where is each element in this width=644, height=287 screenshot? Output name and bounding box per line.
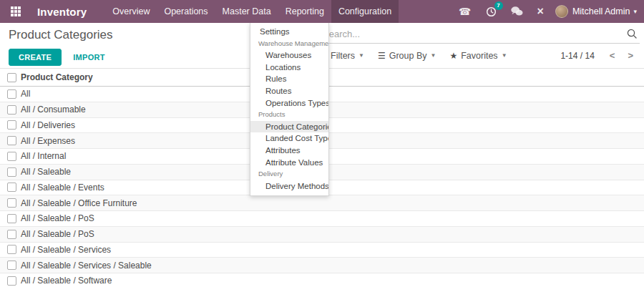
table-row[interactable]: All / Saleable / Office Furniture <box>0 195 644 211</box>
search-panel: Filters ▼ ☰ Group By ▼ ★ Favorites ▼ 1-1… <box>320 25 640 61</box>
row-label: All / Internal <box>21 151 66 161</box>
pager-range: 1-14 / 14 <box>560 51 594 61</box>
row-checkbox[interactable] <box>7 276 16 286</box>
row-checkbox[interactable] <box>7 245 16 254</box>
menu-item[interactable]: Operations <box>157 0 215 23</box>
row-label: All / Saleable / PoS <box>21 229 94 239</box>
row-label: All / Saleable / Services <box>21 245 111 255</box>
group-by-icon: ☰ <box>378 51 386 61</box>
row-checkbox[interactable] <box>7 120 16 130</box>
dropdown-item[interactable]: Products <box>250 109 328 121</box>
configuration-dropdown: SettingsWarehouse ManagementWarehousesLo… <box>250 23 329 196</box>
pager-prev-icon[interactable]: < <box>603 50 622 61</box>
dropdown-item[interactable]: Landed Cost Types <box>250 132 328 145</box>
favorites-label: Favorites <box>461 51 497 61</box>
row-checkbox[interactable] <box>7 152 16 161</box>
menu-item[interactable]: Overview <box>105 0 157 23</box>
dropdown-item[interactable]: Product Categories <box>250 121 328 133</box>
row-checkbox[interactable] <box>7 230 16 239</box>
chat-bubbles-icon <box>511 6 523 16</box>
chevron-down-icon: ▼ <box>502 52 507 59</box>
create-button[interactable]: CREATE <box>9 49 62 66</box>
menu-item[interactable]: Configuration <box>331 0 399 23</box>
user-name: Mitchell Admin <box>572 6 630 16</box>
table-row[interactable]: All / Saleable / PoS <box>0 211 644 227</box>
chevron-down-icon: ▼ <box>431 52 436 59</box>
row-label: All <box>21 89 30 99</box>
row-label: All / Saleable / PoS <box>21 213 94 223</box>
search-box <box>320 25 640 44</box>
group-by-button[interactable]: ☰ Group By ▼ <box>378 51 436 61</box>
filters-label: Filters <box>331 51 355 61</box>
activity-clock-icon[interactable]: 7 <box>479 0 504 23</box>
dropdown-item[interactable]: Locations <box>250 62 328 74</box>
tools-icon[interactable]: × <box>530 0 551 23</box>
row-checkbox[interactable] <box>7 136 16 145</box>
main-menu: OverviewOperationsMaster DataReportingCo… <box>105 0 399 23</box>
table-row[interactable]: All / Saleable / Services / Saleable <box>0 258 644 273</box>
apps-grid-icon <box>11 6 21 16</box>
row-checkbox[interactable] <box>7 183 16 192</box>
pager-next-icon[interactable]: > <box>621 50 640 61</box>
table-row[interactable]: All / Saleable / Services <box>0 243 644 258</box>
dropdown-item[interactable]: Settings <box>250 26 328 38</box>
x-tools-glyph: × <box>537 6 544 17</box>
row-checkbox[interactable] <box>7 167 16 177</box>
filters-button[interactable]: Filters ▼ <box>331 51 364 61</box>
dropdown-item[interactable]: Operations Types <box>250 97 328 110</box>
dropdown-item[interactable]: Rules <box>250 73 328 85</box>
filter-toolbar: Filters ▼ ☰ Group By ▼ ★ Favorites ▼ 1-1… <box>320 50 640 61</box>
dropdown-item[interactable]: Delivery <box>250 168 328 180</box>
select-all-checkbox[interactable] <box>7 73 16 82</box>
top-navbar: Inventory OverviewOperationsMaster DataR… <box>0 0 644 23</box>
avatar <box>555 5 568 18</box>
row-label: All / Saleable / Services / Saleable <box>21 261 152 271</box>
user-menu[interactable]: Mitchell Admin ▾ <box>555 5 637 18</box>
favorites-button[interactable]: ★ Favorites ▼ <box>449 51 507 61</box>
row-label: All / Saleable / Office Furniture <box>21 198 137 208</box>
chevron-down-icon: ▾ <box>633 8 637 15</box>
row-checkbox[interactable] <box>7 89 16 99</box>
phone-icon[interactable]: ☎ <box>452 0 478 23</box>
apps-menu-button[interactable] <box>0 0 31 23</box>
dropdown-item[interactable]: Warehouse Management <box>250 38 328 50</box>
dropdown-item[interactable]: Attributes <box>250 145 328 157</box>
table-row[interactable]: All / Saleable / PoS <box>0 227 644 243</box>
search-input[interactable] <box>320 25 640 43</box>
dropdown-item[interactable]: Attribute Values <box>250 157 328 169</box>
row-label: All / Saleable / Software <box>21 276 112 286</box>
row-label: All / Saleable <box>21 167 71 177</box>
menu-item[interactable]: Master Data <box>215 0 278 23</box>
row-checkbox[interactable] <box>7 105 16 115</box>
row-checkbox[interactable] <box>7 261 16 270</box>
messages-icon[interactable] <box>504 0 530 23</box>
app-name[interactable]: Inventory <box>37 6 87 18</box>
menu-item[interactable]: Reporting <box>278 0 331 23</box>
activity-badge: 7 <box>494 1 503 10</box>
column-header: Product Category <box>21 72 93 82</box>
topbar-right: ☎ 7 × Mitchell Admin ▾ <box>452 0 644 23</box>
star-icon: ★ <box>449 51 457 61</box>
pager: 1-14 / 14 < > <box>560 50 640 61</box>
group-by-label: Group By <box>389 51 427 61</box>
dropdown-item[interactable]: Delivery Methods <box>250 180 328 193</box>
row-label: All / Saleable / Events <box>21 183 104 193</box>
row-label: All / Deliveries <box>21 120 75 130</box>
import-button[interactable]: IMPORT <box>73 53 105 62</box>
chevron-down-icon: ▼ <box>358 52 364 59</box>
dropdown-item[interactable]: Warehouses <box>250 49 328 62</box>
row-label: All / Expenses <box>21 136 75 146</box>
search-icon[interactable] <box>626 28 638 42</box>
row-checkbox[interactable] <box>7 198 16 208</box>
row-checkbox[interactable] <box>7 214 16 223</box>
dropdown-item[interactable]: Routes <box>250 85 328 97</box>
table-row[interactable]: All / Saleable / Software <box>0 273 644 287</box>
row-label: All / Consumable <box>21 104 86 115</box>
